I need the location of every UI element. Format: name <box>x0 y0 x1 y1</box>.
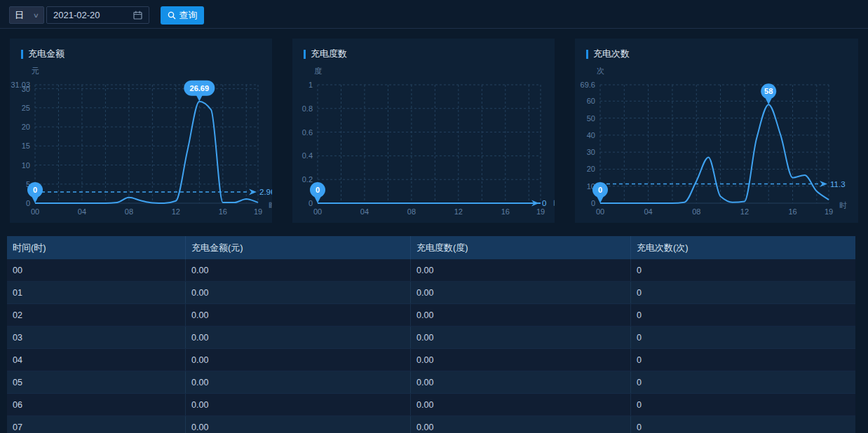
svg-text:20: 20 <box>22 123 30 131</box>
table-cell: 0 <box>631 371 855 393</box>
svg-text:58: 58 <box>764 87 773 95</box>
table-row: 010.000.000 <box>7 282 855 304</box>
table-cell: 0.00 <box>186 394 411 415</box>
svg-text:0.4: 0.4 <box>302 151 313 160</box>
svg-text:00: 00 <box>313 207 322 216</box>
table-cell: 0.00 <box>186 416 411 433</box>
svg-text:0: 0 <box>598 186 602 194</box>
table-row: 030.000.000 <box>7 327 855 349</box>
table-cell: 0.00 <box>186 371 411 393</box>
svg-text:40: 40 <box>587 131 595 139</box>
chart-count-line: 010203040506069.6次000408121619时11.3058 <box>575 39 858 223</box>
period-select[interactable]: 日 ∨ <box>9 6 44 24</box>
panel-title: 充电次数 <box>586 48 630 60</box>
panel-charge-count: 充电次数 010203040506069.6次000408121619时11.3… <box>575 39 858 223</box>
svg-text:次: 次 <box>597 67 604 75</box>
svg-text:元: 元 <box>32 67 39 75</box>
date-picker-input[interactable]: 2021-02-20 <box>46 6 149 24</box>
table-cell: 0 <box>631 327 855 348</box>
svg-text:0: 0 <box>316 186 320 194</box>
svg-text:12: 12 <box>172 207 180 216</box>
chart-amount-line: 05101520253031.03元000408121619时2.96026.6… <box>10 39 272 223</box>
table-cell: 06 <box>7 394 186 415</box>
svg-text:10: 10 <box>22 161 30 170</box>
panel-title-text: 充电度数 <box>311 48 347 60</box>
table-cell: 01 <box>7 282 186 303</box>
table-body: 000.000.000010.000.000020.000.000030.000… <box>7 259 855 433</box>
svg-text:26.69: 26.69 <box>190 84 210 92</box>
table-cell: 0.00 <box>411 327 631 348</box>
panel-charge-amount: 充电金额 05101520253031.03元000408121619时2.96… <box>10 39 272 223</box>
table-cell: 0 <box>631 416 855 433</box>
svg-text:00: 00 <box>31 207 39 216</box>
svg-text:00: 00 <box>596 207 604 216</box>
svg-text:时: 时 <box>269 201 272 209</box>
chart-energy-line: 00.20.40.60.81度000408121619时00 <box>292 39 555 223</box>
table-cell: 07 <box>7 416 186 433</box>
table-cell: 0 <box>631 304 855 326</box>
panel-title: 充电度数 <box>304 48 347 60</box>
query-button-label: 查询 <box>179 9 198 22</box>
table-cell: 0.00 <box>186 327 411 348</box>
table-column-header: 充电次数(次) <box>631 236 855 259</box>
table-cell: 0.00 <box>411 259 631 281</box>
table-row: 000.000.000 <box>7 259 855 282</box>
svg-text:2.96: 2.96 <box>259 188 272 196</box>
table-row: 070.000.000 <box>7 416 855 433</box>
table-row: 060.000.000 <box>7 394 855 416</box>
table-cell: 0 <box>631 394 855 415</box>
svg-text:15: 15 <box>22 142 30 150</box>
calendar-icon <box>133 11 142 20</box>
table-cell: 02 <box>7 304 186 326</box>
svg-text:时: 时 <box>553 199 555 207</box>
hourly-data-table: 时间(时)充电金额(元)充电度数(度)充电次数(次) 000.000.00001… <box>7 236 855 433</box>
svg-text:0: 0 <box>591 199 595 207</box>
svg-text:31.03: 31.03 <box>11 81 30 89</box>
svg-text:19: 19 <box>536 207 545 216</box>
panel-title-text: 充电次数 <box>593 48 630 60</box>
table-cell: 0.00 <box>411 282 631 303</box>
table-cell: 0 <box>631 259 855 281</box>
svg-text:时: 时 <box>839 201 847 209</box>
table-cell: 03 <box>7 327 186 348</box>
table-cell: 0.00 <box>186 259 411 281</box>
title-accent-bar <box>304 50 306 59</box>
svg-text:04: 04 <box>644 207 653 216</box>
table-column-header: 充电金额(元) <box>186 236 411 259</box>
svg-text:08: 08 <box>125 207 133 216</box>
svg-text:0: 0 <box>33 186 37 194</box>
svg-text:1: 1 <box>308 81 313 89</box>
table-cell: 0 <box>631 349 855 371</box>
title-accent-bar <box>21 50 23 59</box>
svg-text:30: 30 <box>587 148 595 156</box>
table-cell: 04 <box>7 349 186 371</box>
table-cell: 0.00 <box>186 304 411 326</box>
query-button[interactable]: 查询 <box>161 6 204 25</box>
title-accent-bar <box>586 50 588 59</box>
table-column-header: 时间(时) <box>7 236 186 259</box>
chevron-down-icon: ∨ <box>33 12 39 19</box>
panel-title-text: 充电金额 <box>28 48 65 60</box>
svg-text:19: 19 <box>254 207 262 216</box>
table-cell: 05 <box>7 371 186 393</box>
table-header-row: 时间(时)充电金额(元)充电度数(度)充电次数(次) <box>7 236 855 259</box>
table-cell: 0.00 <box>186 282 411 303</box>
table-cell: 0.00 <box>411 394 631 415</box>
filter-toolbar: 日 ∨ 2021-02-20 查询 <box>0 0 868 29</box>
table-cell: 0.00 <box>411 416 631 433</box>
svg-text:69.6: 69.6 <box>581 81 595 89</box>
svg-text:19: 19 <box>825 207 833 216</box>
svg-text:0: 0 <box>308 199 313 207</box>
search-icon <box>168 11 176 20</box>
table-column-header: 充电度数(度) <box>411 236 631 259</box>
table-cell: 0.00 <box>186 349 411 371</box>
panel-title: 充电金额 <box>21 48 65 60</box>
svg-text:11.3: 11.3 <box>830 180 846 188</box>
svg-text:0.8: 0.8 <box>302 104 313 113</box>
table-cell: 00 <box>7 259 186 281</box>
svg-text:16: 16 <box>788 207 796 216</box>
table-row: 050.000.000 <box>7 371 855 394</box>
svg-text:12: 12 <box>454 207 463 216</box>
svg-text:04: 04 <box>360 207 369 216</box>
svg-text:12: 12 <box>740 207 749 216</box>
